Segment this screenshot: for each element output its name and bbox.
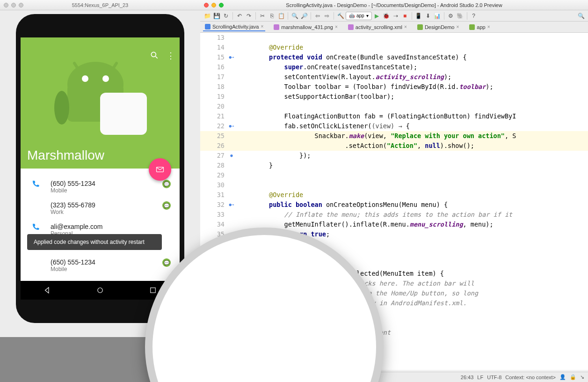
- save-icon[interactable]: 💾: [212, 12, 221, 20]
- code-line[interactable]: 21 FloatingActionButton fab = (FloatingA…: [200, 111, 588, 121]
- code-line[interactable]: 29: [200, 170, 588, 180]
- code-line[interactable]: 26 .setAction("Action", null).show();: [200, 141, 588, 151]
- code-line[interactable]: 28 }: [200, 161, 588, 170]
- find-icon[interactable]: 🔍: [290, 12, 299, 20]
- contact-type: Mobile: [51, 266, 161, 272]
- gutter-marker[interactable]: [225, 210, 239, 220]
- sync-icon[interactable]: ↻: [222, 12, 230, 20]
- gutter-marker[interactable]: [225, 161, 239, 170]
- home-button[interactable]: [96, 286, 104, 294]
- recent-button[interactable]: [149, 286, 157, 294]
- code-line[interactable]: 31 @Override: [200, 190, 588, 200]
- gutter-marker[interactable]: [225, 102, 239, 111]
- open-icon[interactable]: 📁: [203, 12, 211, 20]
- sdk-icon[interactable]: ⬇: [424, 12, 432, 20]
- structure-icon[interactable]: ⚙: [447, 12, 455, 20]
- replace-icon[interactable]: 🔎: [300, 12, 308, 20]
- close-tab-icon[interactable]: ×: [261, 24, 263, 29]
- code-line[interactable]: 18 Toolbar toolbar = (Toolbar) findViewB…: [200, 82, 588, 92]
- gutter-marker[interactable]: [225, 82, 239, 92]
- back-nav-icon[interactable]: ⇦: [313, 12, 322, 20]
- gutter-marker[interactable]: ●→: [225, 200, 239, 210]
- code-line[interactable]: 17 setContentView(R.layout.activity_scro…: [200, 72, 588, 82]
- gutter-marker[interactable]: ●→: [225, 52, 239, 62]
- gutter-marker[interactable]: ●→: [225, 121, 239, 131]
- close-tab-icon[interactable]: ×: [487, 24, 490, 29]
- paste-icon[interactable]: 📋: [277, 12, 285, 20]
- editor-tab[interactable]: ScrollingActivity.java×: [203, 23, 265, 31]
- gutter-marker[interactable]: [225, 141, 239, 151]
- build-icon[interactable]: 🔨: [336, 12, 345, 20]
- gutter-marker[interactable]: [225, 170, 239, 180]
- gradle-icon[interactable]: 🐘: [456, 12, 465, 20]
- search-everywhere-icon[interactable]: 🔍: [577, 12, 585, 20]
- close-icon[interactable]: [4, 3, 8, 7]
- gutter-marker[interactable]: [225, 62, 239, 72]
- gutter-marker[interactable]: [225, 72, 239, 82]
- forward-nav-icon[interactable]: ⇨: [323, 12, 331, 20]
- hector-icon[interactable]: 👤: [559, 374, 566, 380]
- gutter-marker[interactable]: [225, 111, 239, 121]
- code-line[interactable]: 25 Snackbar.make(view, "Replace with you…: [200, 131, 588, 141]
- attach-icon[interactable]: ⇢: [392, 12, 400, 20]
- gutter-marker[interactable]: [225, 92, 239, 102]
- help-icon[interactable]: ?: [470, 12, 478, 20]
- phone-screen[interactable]: 3G ▮◢ ▮ 10:21 ⋮: [21, 37, 180, 300]
- contact-row[interactable]: (323) 555-6789Work💬: [21, 198, 180, 219]
- redo-icon[interactable]: ↷: [245, 12, 253, 20]
- code-line[interactable]: 15●→ protected void onCreate(Bundle save…: [200, 52, 588, 62]
- editor-tab[interactable]: activity_scrolling.xml×: [346, 23, 409, 31]
- code-line[interactable]: 16 super.onCreate(savedInstanceState);: [200, 62, 588, 72]
- code-line[interactable]: 30: [200, 180, 588, 190]
- stop-icon[interactable]: ■: [401, 12, 409, 20]
- gutter-marker[interactable]: ●: [225, 151, 239, 161]
- editor-tab[interactable]: marshmallow_431.png×: [272, 23, 340, 31]
- minimize-icon[interactable]: [211, 3, 216, 7]
- gutter-marker[interactable]: [225, 33, 239, 43]
- cut-icon[interactable]: ✂: [258, 12, 267, 20]
- line-separator[interactable]: LF: [477, 375, 483, 380]
- copy-icon[interactable]: ⎘: [268, 12, 276, 20]
- close-tab-icon[interactable]: ×: [457, 24, 459, 29]
- close-icon[interactable]: [204, 3, 209, 7]
- gutter-marker[interactable]: [225, 180, 239, 190]
- code-line[interactable]: 27● });: [200, 151, 588, 161]
- gutter-marker[interactable]: [225, 131, 239, 141]
- code-line[interactable]: 13: [200, 33, 588, 43]
- lock-icon[interactable]: 🔒: [570, 374, 576, 380]
- code-line[interactable]: 33 // Inflate the menu; this adds items …: [200, 210, 588, 220]
- search-icon[interactable]: [150, 51, 159, 61]
- monitor-icon[interactable]: 📊: [433, 12, 442, 20]
- gutter-marker[interactable]: [225, 43, 239, 52]
- code-line[interactable]: 19 setSupportActionBar(toolbar);: [200, 92, 588, 102]
- gutter-marker[interactable]: [225, 190, 239, 200]
- code-line[interactable]: 14 @Override: [200, 43, 588, 52]
- gutter-marker[interactable]: [225, 220, 239, 229]
- code-line[interactable]: 22●→ fab.setOnClickListener((view) → {: [200, 121, 588, 131]
- zoom-icon[interactable]: [19, 3, 23, 7]
- goto-icon[interactable]: ↘: [580, 374, 584, 380]
- editor-tab[interactable]: DesignDemo×: [415, 23, 461, 31]
- close-tab-icon[interactable]: ×: [404, 24, 407, 29]
- code-line[interactable]: 32●→ public boolean onCreateOptionsMenu(…: [200, 200, 588, 210]
- chat-icon[interactable]: 💬: [161, 258, 172, 267]
- undo-icon[interactable]: ↶: [235, 12, 244, 20]
- overflow-menu-icon[interactable]: ⋮: [167, 51, 175, 61]
- line-number: 19: [200, 92, 225, 102]
- debug-icon[interactable]: 🐞: [382, 12, 391, 20]
- editor-tab[interactable]: app×: [467, 23, 492, 31]
- file-encoding[interactable]: UTF-8: [487, 375, 501, 380]
- back-button[interactable]: [43, 286, 51, 294]
- close-tab-icon[interactable]: ×: [335, 24, 338, 29]
- run-config-selector[interactable]: 🤖 app ▾: [346, 12, 372, 20]
- minimize-icon[interactable]: [11, 3, 16, 7]
- contact-row[interactable]: (650) 555-1234Mobile💬: [21, 255, 180, 276]
- code-line[interactable]: 20: [200, 102, 588, 111]
- chat-icon[interactable]: 💬: [161, 180, 172, 188]
- avd-icon[interactable]: 📱: [414, 12, 423, 20]
- chat-icon[interactable]: 💬: [161, 201, 172, 210]
- zoom-icon[interactable]: [219, 3, 224, 7]
- run-icon[interactable]: ▶: [373, 12, 381, 20]
- context-label[interactable]: Context: <no context>: [505, 375, 556, 380]
- fab-email[interactable]: [149, 158, 171, 181]
